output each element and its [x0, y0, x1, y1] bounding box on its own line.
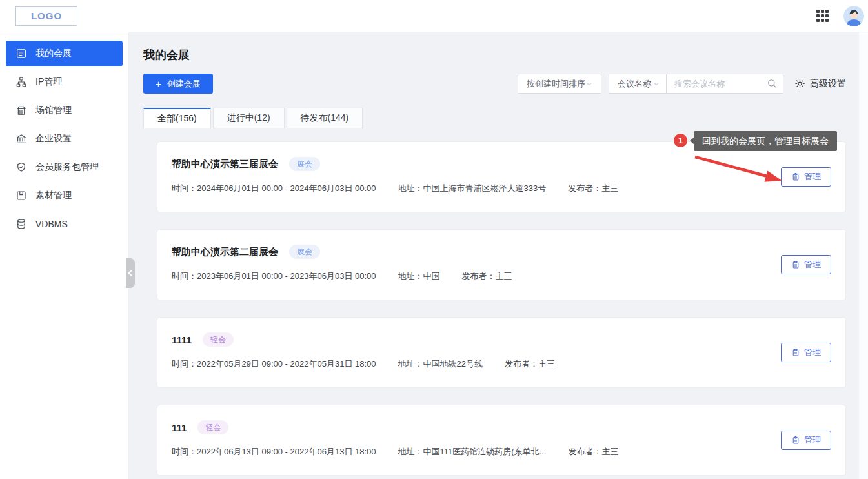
gear-icon [794, 78, 805, 89]
time-value: 2023年06月01日 00:00 - 2023年06月03日 00:00 [197, 271, 376, 281]
chevron-down-icon [653, 81, 660, 87]
time-value: 2022年05月29日 09:00 - 2022年05月31日 18:00 [197, 359, 376, 369]
time-label: 时间： [172, 271, 197, 281]
main-content: 我的会展 + 创建会展 按创建时间排序 会议名称 [129, 32, 868, 479]
create-exhibition-button[interactable]: + 创建会展 [143, 74, 213, 94]
sidebar-item-label: IP管理 [35, 76, 62, 88]
bank-icon [15, 133, 27, 145]
exhibition-title: 帮助中心演示第三届展会 [172, 158, 278, 170]
time-label: 时间： [172, 183, 197, 193]
sidebar-item-vdbms[interactable]: VDBMS [6, 211, 123, 237]
sitemap-icon [15, 76, 27, 88]
search-icon[interactable] [767, 78, 777, 88]
exhibition-type-badge: 展会 [289, 245, 320, 259]
annotation-arrow [681, 150, 798, 190]
exhibition-type-badge: 轻会 [197, 420, 228, 434]
annotation-tooltip: 回到我的会展页，管理目标展会 [694, 131, 837, 151]
address-field: 地址：中国111医药馆连锁药房(东单北... [398, 446, 547, 458]
list-icon [15, 48, 27, 59]
topbar: LOGO [0, 0, 868, 32]
exhibition-title: 111 [172, 422, 187, 433]
time-value: 2022年06月13日 09:00 - 2022年06月13日 18:00 [197, 447, 376, 456]
sidebar-item-label: 我的会展 [35, 48, 72, 59]
annotation-step-badge: 1 [674, 134, 687, 147]
filters: 按创建时间排序 会议名称 高级设置 [518, 74, 846, 94]
exhibition-list: 帮助中心演示第三届展会 展会 时间：2024年06月01日 00:00 - 20… [157, 141, 846, 476]
scrollbar-track[interactable] [859, 32, 868, 479]
address-value: 中国111医药馆连锁药房(东单北... [423, 447, 547, 456]
manage-button-label: 管理 [804, 434, 821, 446]
address-label: 地址： [398, 271, 423, 281]
sidebar-item-label: VDBMS [35, 219, 68, 229]
sidebar-collapse-handle[interactable] [126, 258, 135, 288]
sidebar-item-venue-management[interactable]: 场馆管理 [6, 97, 123, 123]
avatar-icon [843, 6, 864, 26]
publisher-value: 主三 [601, 183, 618, 193]
manage-button-label: 管理 [804, 171, 821, 183]
manage-button[interactable]: 管理 [781, 255, 831, 274]
exhibition-card: 1111 轻会 时间：2022年05月29日 09:00 - 2022年05月3… [157, 317, 846, 388]
sidebar-item-enterprise-settings[interactable]: 企业设置 [6, 126, 123, 152]
sidebar-item-label: 素材管理 [35, 190, 72, 201]
chevron-left-icon [127, 269, 134, 277]
logo[interactable]: LOGO [15, 6, 77, 26]
manage-button[interactable]: 管理 [781, 343, 831, 362]
publisher-label: 发布者： [568, 447, 601, 456]
time-field: 时间：2023年06月01日 00:00 - 2023年06月03日 00:00 [172, 270, 376, 282]
address-label: 地址： [398, 183, 423, 193]
address-field: 地址：中国上海市青浦区崧泽大道333号 [398, 183, 547, 194]
toolbar: + 创建会展 按创建时间排序 会议名称 [143, 74, 855, 94]
clipboard-icon [791, 260, 800, 269]
sidebar-item-my-exhibitions[interactable]: 我的会展 [6, 41, 123, 66]
clipboard-icon [791, 436, 800, 445]
address-label: 地址： [398, 359, 423, 369]
tab-to-publish[interactable]: 待发布(144) [287, 108, 363, 128]
advanced-settings-button[interactable]: 高级设置 [794, 78, 846, 90]
apps-grid-icon[interactable] [816, 10, 829, 22]
publisher-value: 主三 [538, 359, 555, 369]
publisher-field: 发布者：主三 [505, 358, 555, 370]
manage-button[interactable]: 管理 [781, 431, 831, 450]
sidebar-item-material-management[interactable]: 素材管理 [6, 183, 123, 209]
plus-icon: + [156, 79, 161, 88]
address-label: 地址： [398, 447, 423, 456]
time-field: 时间：2024年06月01日 00:00 - 2024年06月03日 00:00 [172, 183, 376, 194]
advanced-settings-label: 高级设置 [810, 78, 846, 90]
address-value: 中国地铁22号线 [423, 359, 483, 369]
exhibition-title: 1111 [172, 334, 192, 345]
sidebar-item-ip-management[interactable]: IP管理 [6, 69, 123, 95]
tab-bar: 全部(156) 进行中(12) 待发布(144) [143, 108, 855, 128]
address-value: 中国 [423, 271, 440, 281]
tab-in-progress[interactable]: 进行中(12) [213, 108, 285, 128]
exhibition-type-badge: 轻会 [203, 332, 234, 347]
time-label: 时间： [172, 447, 197, 456]
topbar-right [816, 6, 864, 26]
publisher-field: 发布者：主三 [568, 446, 618, 458]
sidebar-item-label: 企业设置 [35, 133, 72, 145]
publisher-label: 发布者： [462, 271, 496, 281]
exhibition-card: 111 轻会 时间：2022年06月13日 09:00 - 2022年06月13… [157, 405, 846, 476]
publisher-label: 发布者： [505, 359, 538, 369]
save-icon [15, 190, 27, 201]
page-title: 我的会展 [143, 48, 855, 62]
tab-label: 全部(156) [157, 113, 197, 125]
database-icon [15, 218, 27, 230]
sidebar: 我的会展 IP管理 场馆管理 企业设置 会员服务包管理 [0, 32, 129, 479]
exhibition-card: 帮助中心演示第二届展会 展会 时间：2023年06月01日 00:00 - 20… [157, 229, 846, 300]
sidebar-item-label: 场馆管理 [35, 105, 72, 116]
search-field-select[interactable]: 会议名称 [609, 74, 667, 94]
exhibition-title: 帮助中心演示第二届展会 [172, 246, 278, 258]
publisher-field: 发布者：主三 [462, 270, 512, 282]
publisher-field: 发布者：主三 [568, 183, 618, 194]
search-input[interactable] [667, 74, 783, 94]
sidebar-item-member-service-packages[interactable]: 会员服务包管理 [6, 154, 123, 180]
user-avatar[interactable] [843, 6, 864, 26]
time-value: 2024年06月01日 00:00 - 2024年06月03日 00:00 [197, 183, 376, 193]
tab-label: 进行中(12) [227, 112, 270, 124]
tab-all[interactable]: 全部(156) [143, 108, 211, 128]
tab-label: 待发布(144) [301, 112, 349, 124]
logo-text: LOGO [31, 10, 62, 21]
sort-select[interactable]: 按创建时间排序 [518, 74, 601, 94]
manage-button-label: 管理 [804, 347, 821, 358]
search-field-value: 会议名称 [618, 78, 651, 90]
